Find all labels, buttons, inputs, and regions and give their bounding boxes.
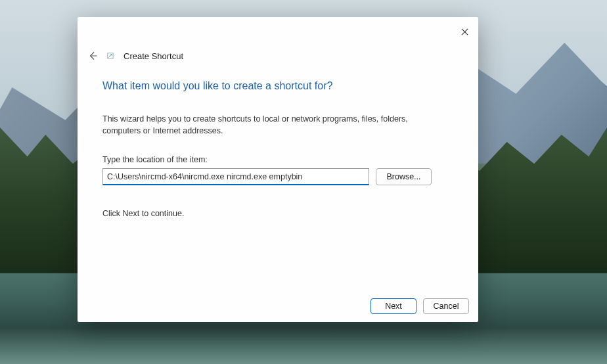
close-button[interactable] xyxy=(455,25,474,38)
location-row: Browse... xyxy=(102,168,453,185)
location-input[interactable] xyxy=(102,168,369,185)
dialog-footer: Next Cancel xyxy=(78,290,478,322)
arrow-left-icon xyxy=(88,51,97,60)
dialog-nav-row: Create Shortcut xyxy=(78,42,478,70)
dialog-titlebar xyxy=(78,17,478,42)
page-heading: What item would you like to create a sho… xyxy=(102,80,453,92)
wizard-description: This wizard helps you to create shortcut… xyxy=(102,113,444,137)
cancel-button[interactable]: Cancel xyxy=(423,298,469,314)
next-button[interactable]: Next xyxy=(371,298,416,314)
browse-button[interactable]: Browse... xyxy=(376,168,432,185)
location-label: Type the location of the item: xyxy=(102,155,453,164)
wizard-title: Create Shortcut xyxy=(124,51,183,61)
shortcut-icon xyxy=(106,52,114,60)
continue-hint: Click Next to continue. xyxy=(102,209,453,218)
create-shortcut-dialog: Create Shortcut What item would you like… xyxy=(78,17,478,322)
dialog-content: What item would you like to create a sho… xyxy=(78,70,478,290)
close-icon xyxy=(461,28,468,35)
back-button[interactable] xyxy=(85,49,100,63)
